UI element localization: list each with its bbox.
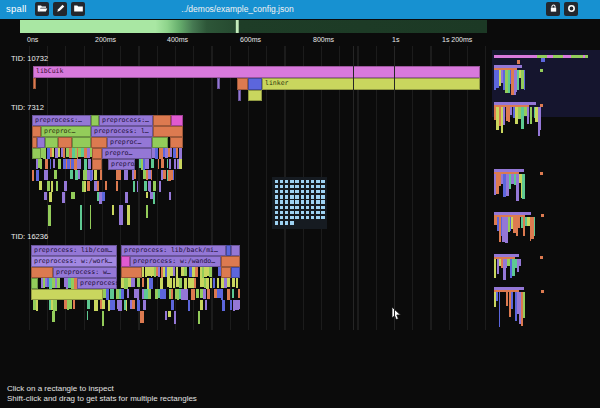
event-dot	[275, 206, 279, 210]
flame-bar[interactable]: preprocess:…	[32, 115, 91, 126]
event-dot	[295, 180, 299, 184]
flame-noise[interactable]	[32, 159, 92, 170]
dot-grid-panel[interactable]	[272, 177, 327, 229]
flame-bar[interactable]	[221, 267, 231, 278]
flame-noise[interactable]	[34, 192, 177, 205]
flame-bar[interactable]: linker	[262, 78, 480, 90]
event-dot	[290, 221, 294, 225]
flame-noise[interactable]	[38, 278, 77, 289]
flame-bar[interactable]	[153, 115, 171, 126]
minimap-cluster	[494, 287, 527, 328]
flame-bar[interactable]	[170, 137, 183, 148]
flame-bar[interactable]	[91, 137, 107, 148]
flame-bar[interactable]	[217, 78, 220, 89]
flame-noise[interactable]	[142, 267, 221, 278]
flame-bar[interactable]	[32, 126, 41, 137]
event-dot	[301, 211, 305, 215]
flame-bar[interactable]: preprocess: lib/com…	[31, 245, 117, 256]
minimap-cluster	[494, 254, 522, 283]
event-dot	[321, 216, 325, 220]
flame-noise[interactable]	[32, 170, 183, 181]
flame-bar[interactable]	[31, 289, 103, 300]
flame-bar[interactable]	[92, 159, 102, 170]
flame-bar[interactable]	[121, 256, 130, 267]
minimap-bar-segment	[553, 55, 563, 58]
tick-label: 1s	[392, 36, 399, 43]
edit-button[interactable]	[53, 2, 67, 16]
settings-button[interactable]	[564, 2, 578, 16]
minimap-mark	[541, 58, 545, 62]
flame-bar[interactable]: preproc…	[41, 126, 91, 137]
track-header: TID: 7312	[11, 103, 44, 112]
flame-bar[interactable]	[92, 148, 102, 159]
open-file-path: ../demos/example_config.json	[90, 4, 385, 14]
flame-bar[interactable]: libCuik	[33, 66, 480, 78]
flame-bar[interactable]: preprocess: w:/work…	[31, 256, 117, 267]
flame-bar[interactable]: preprocess:…	[99, 115, 153, 126]
flame-bar[interactable]	[91, 115, 99, 126]
flame-bar[interactable]	[32, 148, 41, 159]
flame-bar[interactable]	[238, 90, 241, 101]
flame-noise[interactable]	[135, 159, 183, 170]
flame-bar[interactable]	[121, 267, 142, 278]
flame-bar[interactable]	[237, 78, 248, 90]
event-dot	[275, 190, 279, 194]
event-dot	[285, 180, 289, 184]
flame-bar[interactable]	[171, 115, 183, 126]
event-dot	[316, 185, 320, 189]
event-dot	[316, 180, 320, 184]
flame-noise[interactable]	[33, 181, 180, 192]
flame-bar[interactable]	[248, 90, 262, 101]
event-dot	[290, 185, 294, 189]
event-dot	[290, 190, 294, 194]
flame-bar[interactable]	[31, 278, 38, 289]
flame-bar[interactable]	[231, 267, 240, 278]
flame-bar[interactable]: prepro…	[102, 148, 152, 159]
flame-noise[interactable]	[33, 311, 235, 328]
flame-bar[interactable]	[221, 256, 240, 267]
flame-bar[interactable]	[152, 137, 168, 148]
event-dot	[285, 216, 289, 220]
minimap-mark	[540, 172, 543, 175]
stats-button[interactable]	[546, 2, 560, 16]
flame-bar[interactable]: preprocess: lib/back/mi…	[121, 245, 226, 256]
flame-bar[interactable]	[248, 78, 262, 90]
flame-noise[interactable]	[41, 148, 92, 159]
flame-bar[interactable]	[31, 267, 53, 278]
event-dot	[316, 216, 320, 220]
event-dot	[306, 190, 310, 194]
flame-bar[interactable]	[72, 137, 91, 148]
event-dot	[316, 200, 320, 204]
minimap-mark	[541, 290, 544, 293]
event-dot	[290, 195, 294, 199]
flame-noise[interactable]	[31, 300, 240, 311]
flame-bar[interactable]: preprocess: l…	[91, 126, 153, 137]
flame-noise[interactable]	[36, 205, 174, 230]
flame-bar[interactable]	[37, 137, 45, 148]
flame-bar[interactable]	[45, 137, 58, 148]
event-dot	[321, 206, 325, 210]
flame-noise[interactable]	[103, 289, 240, 300]
event-dot	[311, 206, 315, 210]
event-dot	[275, 216, 279, 220]
flame-bar[interactable]: preprocess: w:/wando…	[130, 256, 221, 267]
import-button[interactable]	[71, 2, 85, 16]
timeline-overview[interactable]	[20, 20, 487, 33]
flame-bar[interactable]	[33, 78, 36, 89]
flame-bar[interactable]: preprocess: w…	[53, 267, 117, 278]
open-file-button[interactable]	[35, 2, 49, 16]
event-dot	[290, 180, 294, 184]
flame-bar[interactable]	[231, 245, 240, 256]
flame-bar[interactable]	[153, 126, 183, 137]
event-dot	[295, 206, 299, 210]
track-header: TID: 16236	[11, 232, 48, 241]
event-dot	[311, 200, 315, 204]
flame-bar[interactable]: prepro…	[108, 159, 135, 170]
flame-noise[interactable]	[152, 148, 183, 159]
flame-noise[interactable]	[121, 278, 240, 289]
flame-bar[interactable]	[58, 137, 72, 148]
event-dot	[306, 185, 310, 189]
flame-bar[interactable]: preprocess: w…	[77, 278, 117, 289]
event-dot	[285, 211, 289, 215]
flame-bar[interactable]: preproc…	[107, 137, 152, 148]
